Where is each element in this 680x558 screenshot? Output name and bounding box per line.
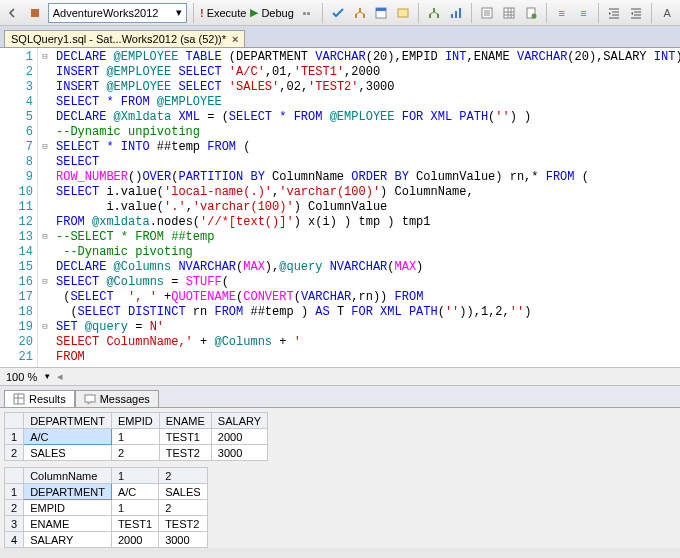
parse-icon[interactable] (329, 4, 347, 22)
row-header[interactable]: 1 (5, 429, 24, 445)
cell[interactable]: 2000 (211, 429, 267, 445)
line-number: 14 (0, 245, 33, 260)
row-header[interactable]: 3 (5, 516, 24, 532)
code-line[interactable]: SELECT * INTO ##temp FROM ( (56, 140, 676, 155)
intellisense-icon[interactable] (394, 4, 412, 22)
cell[interactable]: A/C (111, 484, 158, 500)
table-row[interactable]: 3ENAMETEST1TEST2 (5, 516, 208, 532)
column-header[interactable]: DEPARTMENT (24, 413, 112, 429)
query-options-icon[interactable] (372, 4, 390, 22)
fold-toggle (38, 200, 52, 215)
code-line[interactable]: SELECT @Columns = STUFF( (56, 275, 676, 290)
code-line[interactable]: ROW_NUMBER()OVER(PARTITION BY ColumnName… (56, 170, 676, 185)
row-header[interactable]: 2 (5, 500, 24, 516)
code-line[interactable]: --SELECT * FROM ##temp (56, 230, 676, 245)
cell[interactable]: SALARY (24, 532, 112, 548)
nav-back-icon[interactable] (4, 4, 22, 22)
execute-button[interactable]: ! Execute (200, 7, 246, 19)
cell[interactable]: SALES (24, 445, 112, 461)
comment-icon[interactable]: ≡ (553, 4, 571, 22)
tab-messages[interactable]: Messages (75, 390, 159, 407)
close-icon[interactable]: × (232, 33, 238, 45)
fold-gutter[interactable]: ⊟⊟⊟⊟⊟ (38, 48, 52, 367)
code-area[interactable]: DECLARE @EMPLOYEE TABLE (DEPARTMENT VARC… (52, 48, 680, 367)
code-line[interactable]: DECLARE @Columns NVARCHAR(MAX),@query NV… (56, 260, 676, 275)
pause-icon[interactable]: ▪▪ (298, 4, 316, 22)
code-line[interactable]: (SELECT ', ' +QUOTENAME(CONVERT(VARCHAR,… (56, 290, 676, 305)
row-header[interactable]: 4 (5, 532, 24, 548)
table-row[interactable]: 2SALES2TEST23000 (5, 445, 268, 461)
fold-toggle[interactable]: ⊟ (38, 50, 52, 65)
results-file-icon[interactable] (522, 4, 540, 22)
column-header[interactable]: ColumnName (24, 468, 112, 484)
table-row[interactable]: 1DEPARTMENTA/CSALES (5, 484, 208, 500)
actual-plan-icon[interactable] (425, 4, 443, 22)
code-line[interactable]: INSERT @EMPLOYEE SELECT 'SALES',02,'TEST… (56, 80, 676, 95)
code-line[interactable]: --Dynamic unpivoting (56, 125, 676, 140)
code-line[interactable]: DECLARE @Xmldata XML = (SELECT * FROM @E… (56, 110, 676, 125)
code-line[interactable]: i.value('.','varchar(100)') ColumnValue (56, 200, 676, 215)
cell[interactable]: TEST1 (111, 516, 158, 532)
line-number: 13 (0, 230, 33, 245)
cell[interactable]: 2000 (111, 532, 158, 548)
code-line[interactable]: DECLARE @EMPLOYEE TABLE (DEPARTMENT VARC… (56, 50, 676, 65)
results-grid-1[interactable]: DEPARTMENTEMPIDENAMESALARY1A/C1TEST12000… (4, 412, 268, 461)
code-line[interactable]: SELECT (56, 155, 676, 170)
cell[interactable]: ENAME (24, 516, 112, 532)
results-text-icon[interactable] (478, 4, 496, 22)
client-stats-icon[interactable] (447, 4, 465, 22)
chevron-down-icon[interactable]: ▼ (43, 372, 51, 381)
table-row[interactable]: 4SALARY20003000 (5, 532, 208, 548)
code-line[interactable]: SET @query = N' (56, 320, 676, 335)
cell[interactable]: 2 (111, 445, 159, 461)
code-line[interactable]: SELECT ColumnName,' + @Columns + ' (56, 335, 676, 350)
code-line[interactable]: FROM @xmldata.nodes('//*[text()]') x(i) … (56, 215, 676, 230)
row-header[interactable]: 1 (5, 484, 24, 500)
cell[interactable]: TEST1 (159, 429, 211, 445)
fold-toggle[interactable]: ⊟ (38, 320, 52, 335)
column-header[interactable]: ENAME (159, 413, 211, 429)
column-header[interactable]: EMPID (111, 413, 159, 429)
stop-icon[interactable] (26, 4, 44, 22)
table-row[interactable]: 1A/C1TEST12000 (5, 429, 268, 445)
cell[interactable]: DEPARTMENT (24, 484, 112, 500)
outdent-icon[interactable] (627, 4, 645, 22)
database-dropdown[interactable]: AdventureWorks2012 ▾ (48, 3, 187, 23)
cell[interactable]: TEST2 (159, 445, 211, 461)
row-header[interactable]: 2 (5, 445, 24, 461)
indent-icon[interactable] (605, 4, 623, 22)
code-line[interactable]: SELECT i.value('local-name(.)','varchar(… (56, 185, 676, 200)
fold-toggle[interactable]: ⊟ (38, 230, 52, 245)
cell[interactable]: 1 (111, 500, 158, 516)
column-header[interactable]: SALARY (211, 413, 267, 429)
estimated-plan-icon[interactable] (351, 4, 369, 22)
cell[interactable]: 1 (111, 429, 159, 445)
code-line[interactable]: (SELECT DISTINCT rn FROM ##temp ) AS T F… (56, 305, 676, 320)
cell[interactable]: TEST2 (159, 516, 207, 532)
document-tab[interactable]: SQLQuery1.sql - Sat...Works2012 (sa (52)… (4, 30, 245, 47)
column-header[interactable] (5, 468, 24, 484)
code-line[interactable]: --Dynamic pivoting (56, 245, 676, 260)
sql-editor[interactable]: 123456789101112131415161718192021 ⊟⊟⊟⊟⊟ … (0, 48, 680, 368)
debug-button[interactable]: ▶ Debug (250, 6, 293, 19)
cell[interactable]: 3000 (159, 532, 207, 548)
cell[interactable]: 2 (159, 500, 207, 516)
table-row[interactable]: 2EMPID12 (5, 500, 208, 516)
tab-results[interactable]: Results (4, 390, 75, 407)
code-line[interactable]: SELECT * FROM @EMPLOYEE (56, 95, 676, 110)
cell[interactable]: SALES (159, 484, 207, 500)
cell[interactable]: 3000 (211, 445, 267, 461)
column-header[interactable]: 2 (159, 468, 207, 484)
fold-toggle[interactable]: ⊟ (38, 275, 52, 290)
uncomment-icon[interactable]: ≡ (575, 4, 593, 22)
code-line[interactable]: FROM (56, 350, 676, 365)
cell[interactable]: EMPID (24, 500, 112, 516)
column-header[interactable] (5, 413, 24, 429)
cell[interactable]: A/C (24, 429, 112, 445)
code-line[interactable]: INSERT @EMPLOYEE SELECT 'A/C',01,'TEST1'… (56, 65, 676, 80)
results-grid-icon[interactable] (500, 4, 518, 22)
fold-toggle[interactable]: ⊟ (38, 140, 52, 155)
column-header[interactable]: 1 (111, 468, 158, 484)
results-grid-2[interactable]: ColumnName121DEPARTMENTA/CSALES2EMPID123… (4, 467, 208, 548)
specify-values-icon[interactable]: A (658, 4, 676, 22)
